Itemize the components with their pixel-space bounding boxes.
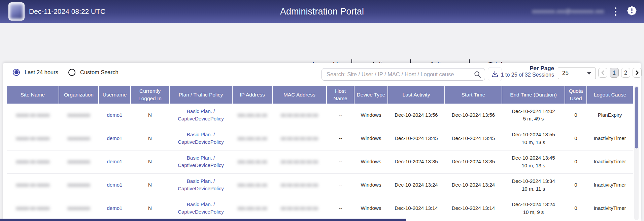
plan-link[interactable]: Basic Plan. / CaptiveDevicePolicy	[173, 201, 229, 216]
page-button-2[interactable]: 2	[621, 68, 630, 78]
column-header-mac: MAC Address	[272, 86, 327, 104]
username-link[interactable]: demo1	[107, 135, 123, 141]
cell-username[interactable]: demo1	[99, 104, 131, 127]
cell-device: Windows	[354, 173, 388, 197]
plan-link[interactable]: Basic Plan. / CaptiveDevicePolicy	[173, 177, 229, 192]
cell-device: Windows	[354, 104, 388, 127]
search-input[interactable]	[321, 68, 485, 81]
radio-custom-search[interactable]: Custom Search	[68, 69, 118, 76]
redacted-text: xxx.xxx.xx.xx	[238, 205, 267, 211]
cell-device: Windows	[354, 127, 388, 150]
cell-ip: xxx.xxx.xx.xx	[232, 197, 272, 220]
chevron-left-icon	[601, 70, 605, 75]
username-link[interactable]: demo1	[107, 205, 123, 211]
page-size-selector[interactable]: 25	[558, 67, 596, 79]
radio-unselected-icon[interactable]	[68, 69, 75, 76]
redacted-text: xxxxx-xx-xxxxx	[16, 135, 50, 141]
redacted-text: xxx.xxx.xx.xx	[238, 182, 267, 188]
page-button-1[interactable]: 1	[610, 68, 619, 78]
end-time: Dec-10-2024 13:45	[503, 154, 564, 162]
redacted-text: xxxxxxxxx	[67, 159, 90, 164]
cell-quota: 0	[565, 173, 587, 197]
page-size-value: 25	[562, 70, 569, 77]
radio-last-24-hours[interactable]: Last 24 hours	[13, 69, 58, 76]
end-time: Dec-10-2024 13:55	[503, 131, 564, 139]
scrollbar-thumb[interactable]	[635, 87, 638, 148]
cell-mac: xx:xx:xx:xx:xx:xx	[272, 197, 327, 220]
radio-label: Last 24 hours	[25, 69, 58, 76]
redacted-text: xxxxx-xx-xxxxx	[16, 112, 50, 118]
cell-username[interactable]: demo1	[99, 197, 131, 220]
cell-logout: InactivityTimer	[587, 127, 633, 150]
column-header-end_time: End Time (Duration)	[502, 86, 565, 104]
cell-site: xxxxx-xx-xxxxx	[7, 173, 59, 197]
page-title: Administration Portal	[280, 0, 364, 23]
username-link[interactable]: demo1	[107, 159, 123, 164]
column-header-ip: IP Address	[232, 86, 272, 104]
cell-device: Windows	[354, 150, 388, 173]
cell-site: xxxxx-xx-xxxxx	[7, 104, 59, 127]
prev-page-button[interactable]	[598, 68, 607, 78]
end-time: Dec-10-2024 13:24	[503, 201, 564, 209]
cell-plan[interactable]: Basic Plan. / CaptiveDevicePolicy	[169, 173, 232, 197]
cell-logged_in: N	[131, 197, 169, 220]
redacted-text: xxx.xxx.xx.xx	[238, 159, 267, 164]
download-button[interactable]	[488, 67, 502, 81]
cell-device: Windows	[354, 197, 388, 220]
column-header-quota: Quota Used	[565, 86, 587, 104]
caret-down-icon	[587, 72, 591, 75]
cell-last_activity: Dec-10-2024 13:45	[388, 127, 445, 150]
duration: 10 m, 13 s	[503, 139, 564, 146]
vertical-scrollbar[interactable]	[634, 86, 639, 220]
cell-quota: 0	[565, 104, 587, 127]
username-link[interactable]: demo1	[107, 182, 123, 188]
cell-username[interactable]: demo1	[99, 173, 131, 197]
cell-plan[interactable]: Basic Plan. / CaptiveDevicePolicy	[169, 104, 232, 127]
cell-last_activity: Dec-10-2024 13:56	[388, 104, 445, 127]
end-time: Dec-10-2024 14:02	[503, 108, 564, 115]
table-row: xxxxx-xx-xxxxxxxxxxxxxxdemo1NBasic Plan.…	[7, 104, 633, 127]
app-logo	[8, 2, 25, 21]
cell-org: xxxxxxxxx	[59, 197, 99, 220]
search-icon[interactable]	[474, 71, 481, 80]
cell-quota: 0	[565, 150, 587, 173]
cell-logged_in: N	[131, 150, 169, 173]
redacted-text: xxxxx-xx-xxxxx	[16, 182, 50, 188]
cell-end_time: Dec-10-2024 13:2410 m, 9 s	[502, 197, 565, 220]
redacted-text: xx:xx:xx:xx:xx:xx	[281, 135, 318, 141]
end-time: Dec-10-2024 13:34	[503, 177, 564, 185]
cell-org: xxxxxxxxx	[59, 173, 99, 197]
cell-plan[interactable]: Basic Plan. / CaptiveDevicePolicy	[169, 127, 232, 150]
plan-link[interactable]: Basic Plan. / CaptiveDevicePolicy	[173, 154, 229, 169]
cell-logout: InactivityTimer	[587, 173, 633, 197]
cell-last_activity: Dec-10-2024 13:24	[388, 173, 445, 197]
plan-link[interactable]: Basic Plan. / CaptiveDevicePolicy	[173, 108, 229, 122]
cell-plan[interactable]: Basic Plan. / CaptiveDevicePolicy	[169, 197, 232, 220]
kebab-menu-icon[interactable]	[613, 6, 618, 17]
next-page-button[interactable]	[633, 68, 642, 78]
cell-plan[interactable]: Basic Plan. / CaptiveDevicePolicy	[169, 150, 232, 173]
cell-end_time: Dec-10-2024 14:025 m, 49 s	[502, 104, 565, 127]
redacted-text: xxx.xxx.xx.xx	[238, 112, 267, 118]
top-bar: Dec-11-2024 08:22 UTC Administration Por…	[0, 0, 644, 23]
column-header-device: Device Type	[354, 86, 388, 104]
cell-username[interactable]: demo1	[99, 127, 131, 150]
per-page-summary: Per Page 1 to 25 of 32 Sessions	[500, 65, 554, 78]
cell-mac: xx:xx:xx:xx:xx:xx	[272, 150, 327, 173]
current-datetime: Dec-11-2024 08:22 UTC	[29, 0, 105, 23]
alert-seal-icon[interactable]	[627, 6, 637, 17]
cell-logged_in: N	[131, 104, 169, 127]
column-header-logout: Logout Cause	[587, 86, 633, 104]
table-row: xxxxx-xx-xxxxxxxxxxxxxxdemo1NBasic Plan.…	[7, 197, 633, 220]
redacted-text: xxxxxxxxx	[67, 182, 90, 188]
per-page-label: Per Page	[500, 65, 554, 72]
cell-org: xxxxxxxxx	[59, 127, 99, 150]
radio-selected-icon[interactable]	[13, 69, 20, 76]
cell-mac: xx:xx:xx:xx:xx:xx	[272, 173, 327, 197]
cell-org: xxxxxxxxx	[59, 150, 99, 173]
username-link[interactable]: demo1	[107, 112, 123, 118]
cell-logged_in: N	[131, 173, 169, 197]
plan-link[interactable]: Basic Plan. / CaptiveDevicePolicy	[173, 131, 229, 146]
redacted-text: xx:xx:xx:xx:xx:xx	[281, 205, 318, 211]
cell-username[interactable]: demo1	[99, 150, 131, 173]
